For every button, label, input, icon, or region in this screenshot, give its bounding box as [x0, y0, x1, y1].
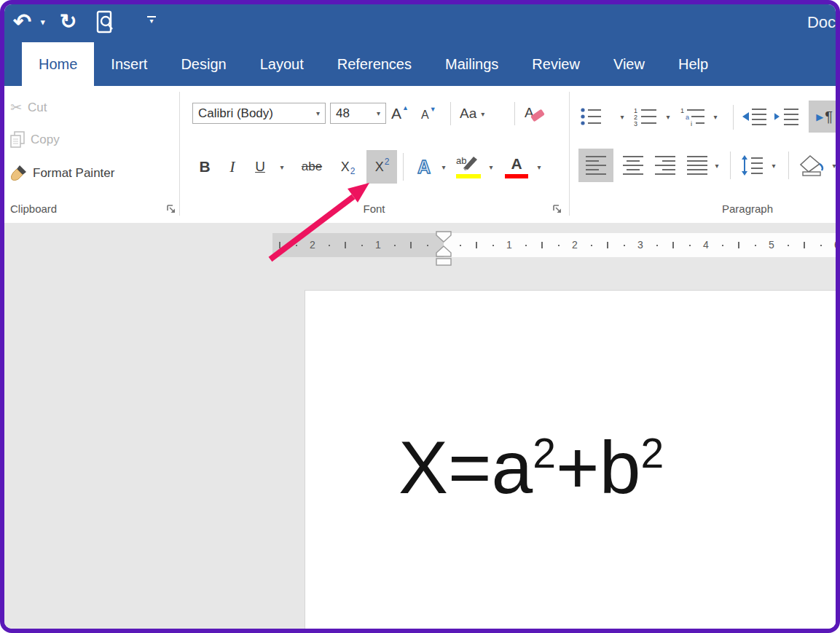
chevron-down-icon: ▾ [832, 162, 836, 170]
ruler-tick [591, 245, 592, 246]
justify-icon [687, 155, 707, 176]
ruler-tick [361, 245, 363, 246]
customize-qat-icon[interactable]: ▾ [147, 16, 156, 25]
ruler-number: 6 [834, 239, 840, 251]
text-effects-dropdown[interactable]: ▾ [438, 150, 450, 184]
justify-button[interactable] [682, 149, 713, 182]
shrink-font-button[interactable]: A ▼ [421, 103, 436, 127]
chevron-down-icon: ▾ [441, 163, 445, 171]
print-preview-glyph [96, 10, 116, 35]
separator [403, 153, 404, 181]
ruler-tick [722, 245, 723, 246]
ruler-tick [624, 245, 625, 246]
text-effects-label: A [417, 157, 431, 178]
ruler-strip[interactable]: 21123456 [272, 233, 840, 257]
decrease-indent-button[interactable] [740, 103, 769, 130]
align-left-button[interactable] [578, 149, 613, 182]
text-highlight-dropdown[interactable]: ▾ [485, 150, 497, 184]
show-paragraph-marks-button[interactable]: ▶ ¶ [809, 101, 840, 133]
undo-icon[interactable]: ↶ [13, 9, 31, 34]
shrink-font-label: A [421, 109, 429, 122]
print-preview-icon[interactable] [96, 10, 116, 38]
scissors-icon: ✂ [10, 99, 22, 116]
line-spacing-dropdown[interactable]: ▾ [768, 149, 780, 182]
document-page[interactable]: X=a2+b2 [305, 290, 836, 629]
tab-mailings[interactable]: Mailings [428, 42, 515, 86]
format-painter-button[interactable]: Format Painter [10, 165, 114, 181]
ruler-tick [460, 245, 461, 246]
align-left-icon [586, 155, 606, 176]
tab-design[interactable]: Design [164, 42, 243, 86]
italic-label: I [229, 157, 235, 176]
clear-formatting-button[interactable]: A [525, 101, 534, 125]
tab-view[interactable]: View [597, 42, 662, 86]
ruler-number: 2 [310, 239, 315, 251]
subscript-2: 2 [350, 166, 356, 176]
grow-font-button[interactable]: A ▲ [391, 102, 408, 125]
text-highlight-button[interactable]: ab [455, 152, 482, 182]
font-name-value: Calibri (Body) [198, 106, 273, 121]
font-color-button[interactable]: A [503, 152, 530, 182]
bullets-button[interactable] [578, 103, 603, 130]
clipboard-group-label: Clipboard [10, 203, 57, 215]
paint-bucket-icon [798, 154, 824, 176]
shading-dropdown[interactable]: ▾ [828, 149, 840, 182]
numbering-dropdown[interactable]: ▾ [662, 103, 674, 130]
numbering-button[interactable]: 1 2 3 [632, 103, 659, 130]
subscript-x: X [341, 160, 350, 175]
ruler-tick [410, 242, 412, 248]
ruler-tick [476, 242, 477, 248]
highlighter-icon: ab [456, 155, 481, 178]
tab-insert[interactable]: Insert [94, 42, 164, 86]
undo-dropdown-icon[interactable]: ▾ [41, 17, 45, 27]
font-name-combobox[interactable]: Calibri (Body) ▾ [192, 103, 326, 124]
subscript-button[interactable]: X 2 [334, 150, 361, 184]
font-dialog-launcher-icon[interactable] [552, 204, 562, 214]
ruler-tick [656, 245, 658, 246]
increase-indent-button[interactable] [772, 103, 801, 130]
ruler-tick [525, 245, 527, 246]
superscript-button[interactable]: X 2 [366, 150, 397, 184]
multilevel-list-button[interactable]: 1 a i [679, 103, 707, 130]
tab-help[interactable]: Help [662, 42, 725, 86]
ruler-tick [804, 242, 805, 248]
text-effects-button[interactable]: A [411, 150, 437, 184]
ruler-tick [672, 242, 674, 248]
launcher-glyph [166, 204, 176, 214]
underline-button[interactable]: U [249, 150, 271, 184]
align-center-button[interactable] [618, 149, 648, 182]
pilcrow-icon: ¶ [825, 109, 833, 125]
font-color-icon: A [505, 155, 528, 178]
ruler-tick [345, 242, 346, 248]
separator [788, 152, 789, 179]
tab-layout[interactable]: Layout [243, 42, 321, 86]
font-size-combobox[interactable]: 48 ▾ [330, 103, 386, 124]
ruler-tick [329, 245, 330, 246]
line-spacing-button[interactable] [737, 149, 766, 182]
shading-button[interactable] [796, 149, 826, 182]
launcher-glyph [552, 204, 562, 214]
multilevel-dropdown[interactable]: ▾ [710, 103, 721, 130]
copy-button[interactable]: Copy [10, 131, 60, 148]
change-case-button[interactable]: Aa ▾ [460, 102, 484, 125]
cut-label: Cut [28, 101, 47, 115]
redo-icon[interactable]: ↻ [60, 9, 76, 34]
underline-dropdown[interactable]: ▾ [275, 150, 288, 184]
cut-button[interactable]: ✂ Cut [10, 99, 47, 116]
clipboard-dialog-launcher-icon[interactable] [166, 204, 176, 214]
italic-button[interactable]: I [221, 150, 243, 184]
tab-review[interactable]: Review [515, 42, 597, 86]
bullets-dropdown[interactable]: ▾ [616, 103, 628, 130]
indent-markers-icon[interactable] [436, 231, 452, 267]
strikethrough-button[interactable]: abe [294, 150, 329, 184]
justify-dropdown[interactable]: ▾ [711, 149, 723, 182]
font-color-dropdown[interactable]: ▾ [533, 150, 545, 184]
tab-references[interactable]: References [321, 42, 428, 86]
tab-home[interactable]: Home [22, 42, 94, 86]
font-color-bar [505, 174, 528, 178]
separator [450, 102, 451, 125]
align-right-button[interactable] [650, 149, 680, 182]
equation-base-2: +b [556, 426, 640, 509]
copy-label: Copy [31, 133, 60, 147]
bold-button[interactable]: B [192, 150, 217, 184]
